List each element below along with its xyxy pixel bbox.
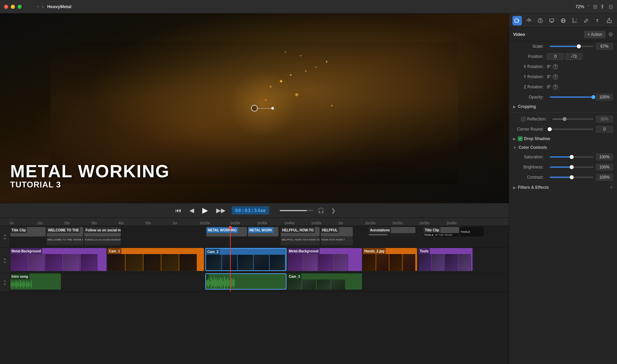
svg-rect-19 xyxy=(30,283,31,286)
back-button[interactable]: ◀ xyxy=(187,205,196,215)
forward-button[interactable]: ▶▶ xyxy=(214,205,228,215)
saturation-slider[interactable] xyxy=(550,156,593,158)
inspector-display-btn[interactable] xyxy=(547,16,556,25)
title-clip-6[interactable]: HELPFUL, HOW-TO xyxy=(281,227,320,236)
add-filter-button[interactable]: + xyxy=(610,184,613,190)
brightness-slider[interactable] xyxy=(550,166,593,168)
svg-rect-0 xyxy=(11,283,12,286)
zoom-reset-icon[interactable]: ⊞ xyxy=(593,3,597,10)
z-rotation-label: Z Rotation: xyxy=(513,85,547,89)
inspector-360-btn[interactable] xyxy=(558,16,568,25)
contrast-slider[interactable] xyxy=(550,177,593,178)
clip-tools[interactable]: Tools xyxy=(418,248,473,271)
volume-slider[interactable] xyxy=(280,210,314,211)
svg-rect-9 xyxy=(20,280,21,289)
title-clip-7[interactable]: HELPFUL xyxy=(321,227,353,236)
clip-intro-song[interactable]: Intro song xyxy=(10,273,61,290)
settings-icon[interactable]: ⚙ xyxy=(608,31,613,38)
svg-rect-2 xyxy=(13,282,14,287)
collapse-timeline-icon[interactable]: ❯ xyxy=(331,207,336,214)
clip-metal-bg-2[interactable]: Metal-Background xyxy=(288,248,362,271)
inspector-text-btn[interactable]: T xyxy=(593,16,602,25)
title-clip-5[interactable]: METAL WORK xyxy=(248,227,278,236)
play-button[interactable]: ▶ xyxy=(200,205,210,216)
panels-icon[interactable]: ⊟ xyxy=(609,4,613,9)
inspector-crop-btn[interactable] xyxy=(570,16,579,25)
share-icon[interactable]: ⬆ xyxy=(600,3,604,10)
brightness-value: 100% xyxy=(596,164,613,170)
svg-rect-37 xyxy=(223,281,224,285)
transport-bar: ⏮ ◀ ▶ ▶▶ 00:03:5480 🎧 ❯ xyxy=(0,203,509,218)
sidebar-toggle-button[interactable] xyxy=(26,4,34,10)
clip-metal-bg-1[interactable]: Metal-Background xyxy=(10,248,107,271)
clip-cam2[interactable]: Cam_2 xyxy=(205,248,287,271)
transform-handle[interactable] xyxy=(251,105,258,112)
svg-rect-10 xyxy=(21,282,22,287)
svg-rect-28 xyxy=(214,277,214,289)
scale-slider[interactable] xyxy=(550,46,593,47)
timeline-area: 0s 10s 20s 30s 40s 50s 1m 1m10s 1m20s 1m… xyxy=(0,218,509,364)
close-button[interactable] xyxy=(4,5,8,9)
title-clip-2[interactable]: WELCOME TO THE xyxy=(47,227,83,236)
svg-rect-23 xyxy=(209,279,209,286)
title-clip-4[interactable]: METAL WORKING xyxy=(206,227,247,236)
svg-point-53 xyxy=(540,19,540,20)
drop-shadow-section-header[interactable]: ▶ ✓ Drop Shadow xyxy=(509,134,617,143)
svg-rect-27 xyxy=(213,280,213,286)
saturation-label: Saturation: xyxy=(513,155,547,159)
title-clip-3[interactable]: Follow us on social m xyxy=(84,227,121,236)
svg-rect-54 xyxy=(550,19,554,22)
svg-rect-16 xyxy=(27,282,28,287)
position-x-input[interactable] xyxy=(547,53,564,60)
clip-cam2-audio[interactable] xyxy=(205,273,287,290)
track1-controls: ▲ ▼ xyxy=(0,226,10,248)
svg-rect-33 xyxy=(219,280,220,286)
sub-clip-2[interactable]: Follow us on social media Follow us on s… xyxy=(84,237,121,245)
color-controls-section-header[interactable]: ▼ Color Controls xyxy=(509,143,617,152)
track1-content: HEAVY METAL HEAVY METAL HEA ME xyxy=(10,226,509,248)
sub-clip-helpful[interactable]: HELPFUL HOW-TO'S HOW-TO xyxy=(281,237,320,245)
track2-controls: ▲ ▼ xyxy=(0,248,10,273)
inspector-video-btn[interactable] xyxy=(512,16,522,25)
add-action-button[interactable]: + Action xyxy=(584,31,605,38)
x-rotation-dial[interactable] xyxy=(553,64,558,69)
x-rotation-label: X Rotation: xyxy=(513,64,547,69)
position-y-input[interactable] xyxy=(565,53,582,60)
title-clip-10[interactable]: TOOLS xyxy=(460,227,484,236)
inspector-edit-btn[interactable] xyxy=(581,16,591,25)
svg-rect-47 xyxy=(233,278,234,288)
sub-clip-helpful2[interactable]: HOW-TO'S HOW-T xyxy=(321,237,353,245)
inspector-share-btn[interactable] xyxy=(604,16,614,25)
cropping-section-header[interactable]: ▶ Cropping xyxy=(509,102,617,111)
opacity-slider[interactable] xyxy=(550,96,593,98)
zoom-chevron-icon[interactable]: ⌃ xyxy=(587,4,590,9)
reflection-slider[interactable] xyxy=(552,118,593,120)
position-label: Position: xyxy=(513,54,547,59)
z-rotation-dial[interactable] xyxy=(553,84,558,90)
drop-shadow-checkbox[interactable]: ✓ xyxy=(518,136,523,141)
svg-rect-22 xyxy=(208,278,208,288)
position-row: Position: xyxy=(509,51,617,62)
rewind-button[interactable]: ⏮ xyxy=(173,206,183,215)
minimize-button[interactable] xyxy=(11,5,15,9)
svg-rect-3 xyxy=(14,283,15,286)
y-rotation-dial[interactable] xyxy=(553,74,558,79)
filters-effects-section-header[interactable]: ▶ Filters & Effects + xyxy=(509,182,617,192)
timecode-display: 00:03:5480 xyxy=(232,206,269,214)
svg-rect-44 xyxy=(230,277,231,289)
corner-round-slider[interactable] xyxy=(550,129,593,130)
inspector-audio-btn[interactable] xyxy=(524,16,533,25)
svg-rect-20 xyxy=(31,280,32,289)
reflection-checkbox[interactable] xyxy=(521,117,526,121)
title-clip-1[interactable]: Title Clip xyxy=(10,227,46,236)
clip-hands[interactable]: Hands_2.jpg xyxy=(363,248,417,271)
fullscreen-button[interactable] xyxy=(18,5,22,9)
title-clip-9[interactable]: Title Clip TOOLS OF THE TRADE xyxy=(424,227,459,236)
svg-rect-30 xyxy=(216,278,216,288)
clip-cam3[interactable]: Cam_3 xyxy=(288,273,362,290)
clip-cam1[interactable]: Cam_1 xyxy=(108,248,204,271)
title-clip-8[interactable]: Annotations xyxy=(369,227,415,236)
sub-clip-1[interactable]: WELCOME TO THE SHOW WELCOME TO THE xyxy=(47,237,83,245)
inspector-info-btn[interactable] xyxy=(535,16,545,25)
inspector-toolbar: T xyxy=(509,14,617,28)
